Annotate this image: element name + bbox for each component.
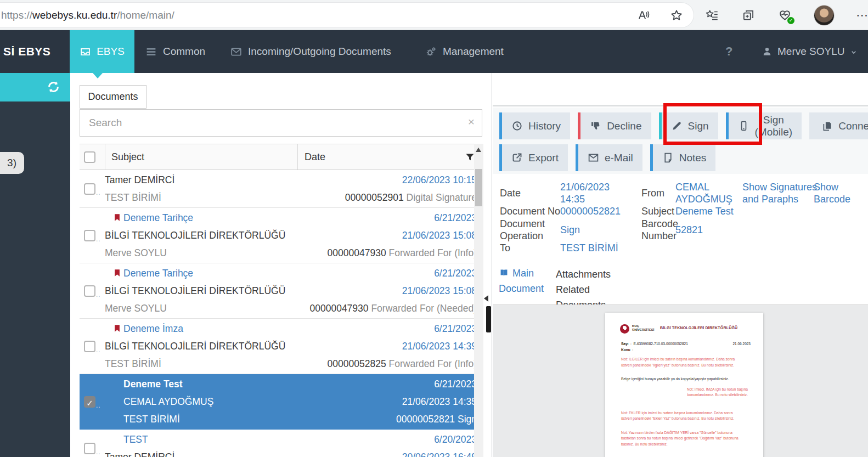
collapse-panel-arrow[interactable] xyxy=(484,295,488,302)
tab-main-document[interactable]: Main Document xyxy=(499,266,557,296)
notes-button[interactable]: Notes xyxy=(650,144,716,171)
app-navbar: Sİ EBYS EBYS Common Incoming/Outgoing Do… xyxy=(0,30,868,73)
sign-button[interactable]: Sign xyxy=(659,112,718,139)
column-header-date[interactable]: Date xyxy=(297,144,482,170)
url-path: /home/main/ xyxy=(117,9,174,21)
list-scrollbar[interactable] xyxy=(474,144,483,457)
url-scheme: https:// xyxy=(1,9,32,21)
address-bar[interactable]: https://webebys.ku.edu.tr/home/main/ xyxy=(0,3,694,27)
nav-tab-management[interactable]: Management xyxy=(425,30,504,73)
university-logo xyxy=(620,324,629,334)
column-header-subject[interactable]: Subject xyxy=(105,144,297,170)
search-box: × xyxy=(80,109,482,137)
document-view-tabs: Main Document Attachments Related Docume… xyxy=(493,263,868,304)
konu-line: Konu : xyxy=(621,348,633,352)
scroll-up-arrow[interactable] xyxy=(476,148,481,152)
scrollbar-thumb[interactable] xyxy=(475,169,482,206)
preview-note: Not: İmleci, İMZA için bu notun başına k… xyxy=(666,387,748,398)
refresh-icon[interactable] xyxy=(46,80,61,94)
department-title: BİLGİ TEKNOLOJİLERİ DİREKTÖRLÜĞÜ xyxy=(660,326,737,330)
book-icon xyxy=(499,267,509,278)
sidebar: 3) xyxy=(0,73,70,457)
field-value-from: CEMAL AYDOĞMUŞ xyxy=(675,181,747,205)
field-value-document-no: 00000052821 xyxy=(560,205,621,217)
tab-documents[interactable]: Documents xyxy=(80,85,146,109)
table-row[interactable]: TESTTamer DEMİRCİ6/20/202320/06/2023 16:… xyxy=(80,430,482,457)
favorite-star-icon[interactable] xyxy=(669,8,684,22)
row-checkbox[interactable] xyxy=(80,285,105,297)
export-icon xyxy=(511,152,523,163)
nav-tab-ebys[interactable]: EBYS xyxy=(70,30,134,73)
preview-notes: Not: İLGİLER için imleci bu satırın başı… xyxy=(605,357,763,455)
select-all-checkbox[interactable] xyxy=(80,151,105,163)
export-button[interactable]: Export xyxy=(499,144,568,171)
nav-tab-common[interactable]: Common xyxy=(145,30,205,73)
detail-panel: HistoryDeclineSignSign (Mobile)Connectio… xyxy=(493,73,868,457)
table-row[interactable]: Tamer DEMİRCİTEST BİRİMİ22/06/2023 10:15… xyxy=(80,170,482,208)
active-tab-pointer xyxy=(93,73,103,78)
table-row[interactable]: Deneme TarihçeBİLGİ TEKNOLOJİLERİ DİREKT… xyxy=(80,263,482,319)
bookmark-icon xyxy=(113,266,121,277)
table-row[interactable]: ✓Deneme TestCEMAL AYDOĞMUŞTEST BİRİMİ6/2… xyxy=(80,374,482,430)
history-button[interactable]: History xyxy=(499,112,570,139)
thumb-down-icon xyxy=(590,120,601,132)
browser-essentials-icon[interactable]: ✓ xyxy=(777,8,792,22)
menu-icon xyxy=(145,46,157,58)
avatar[interactable] xyxy=(814,5,834,25)
help-button[interactable]: ? xyxy=(725,30,732,73)
field-label-from: From xyxy=(641,187,664,199)
nav-tab-label: Incoming/Outgoing Documents xyxy=(248,46,391,58)
inbox-icon xyxy=(80,46,91,58)
chevron-down-icon xyxy=(849,47,858,56)
splitter-handle[interactable] xyxy=(486,306,491,332)
clear-search-icon[interactable]: × xyxy=(468,115,475,128)
gears-icon xyxy=(425,46,437,58)
field-label-subject: Subject xyxy=(641,205,674,217)
url-host: webebys.ku.edu.tr xyxy=(32,9,117,21)
field-label-document-operation: Document Operation xyxy=(500,218,553,242)
university-name: KOÇ ÜNİVERSİTESİ xyxy=(632,324,653,332)
table-row[interactable]: Deneme TarihçeBİLGİ TEKNOLOJİLERİ DİREKT… xyxy=(80,208,482,263)
nav-tab-label: EBYS xyxy=(97,46,125,58)
sign-mobile-button[interactable]: Sign (Mobile) xyxy=(726,112,802,139)
document-list: Tamer DEMİRCİTEST BİRİMİ22/06/2023 10:15… xyxy=(80,170,482,457)
collections-icon[interactable] xyxy=(741,8,756,22)
mail-icon xyxy=(588,152,599,163)
show-barcode-link[interactable]: Show Barcode xyxy=(814,181,859,205)
field-value-subject: Deneme Test xyxy=(675,205,734,217)
preview-note: Belge içeriğini buraya yazabilir ya da k… xyxy=(621,376,739,382)
person-icon xyxy=(762,46,773,57)
nav-tab-incoming-outgoing[interactable]: Incoming/Outgoing Documents xyxy=(230,30,391,73)
preview-note: Not: EKLER için imleci bu satırın başına… xyxy=(621,410,739,422)
connections-button[interactable]: Connections xyxy=(809,112,868,139)
search-input[interactable] xyxy=(80,110,482,136)
clock-icon xyxy=(511,120,523,132)
row-checkbox[interactable] xyxy=(80,183,105,195)
row-checkbox[interactable]: ✓ xyxy=(80,396,105,408)
user-menu[interactable]: Merve SOYLU xyxy=(762,30,858,73)
decline-button[interactable]: Decline xyxy=(578,112,651,139)
document-preview-area[interactable]: KOÇ ÜNİVERSİTESİ BİLGİ TEKNOLOJİLERİ DİR… xyxy=(493,304,868,457)
favorites-bar-icon[interactable] xyxy=(705,8,719,22)
email-button[interactable]: e-Mail xyxy=(576,144,642,171)
documents-panel: Documents × Subject Date Tamer DEMİRCİTE… xyxy=(70,73,492,457)
field-label-to: To xyxy=(500,242,510,254)
document-date: 21.06.2023 xyxy=(732,342,751,346)
read-aloud-icon[interactable] xyxy=(636,8,651,22)
preview-note: Not: Yazınızın birden fazla DAĞITIM YERİ… xyxy=(621,430,739,448)
row-checkbox[interactable] xyxy=(80,230,105,241)
table-row[interactable]: Deneme İmzaBİLGİ TEKNOLOJİLERİ DİREKTÖRL… xyxy=(80,319,482,374)
browser-toolbar: https://webebys.ku.edu.tr/home/main/ ✓ ⋯ xyxy=(0,0,868,30)
mobile-icon xyxy=(738,120,749,132)
field-value-to: TEST BİRİMİ xyxy=(560,242,618,254)
preview-page: KOÇ ÜNİVERSİTESİ BİLGİ TEKNOLOJİLERİ DİR… xyxy=(605,313,763,457)
tab-attachments[interactable]: Attachments xyxy=(556,267,611,282)
preview-note: Not: İLGİLER için imleci bu satırın başı… xyxy=(621,357,739,368)
bookmark-icon xyxy=(113,211,121,221)
field-label-date: Date xyxy=(500,187,521,199)
row-checkbox[interactable] xyxy=(80,443,105,454)
bookmark-icon xyxy=(113,321,121,332)
browser-menu-icon[interactable]: ⋯ xyxy=(856,8,868,22)
row-checkbox[interactable] xyxy=(80,341,105,352)
count-badge: 3) xyxy=(0,152,24,174)
